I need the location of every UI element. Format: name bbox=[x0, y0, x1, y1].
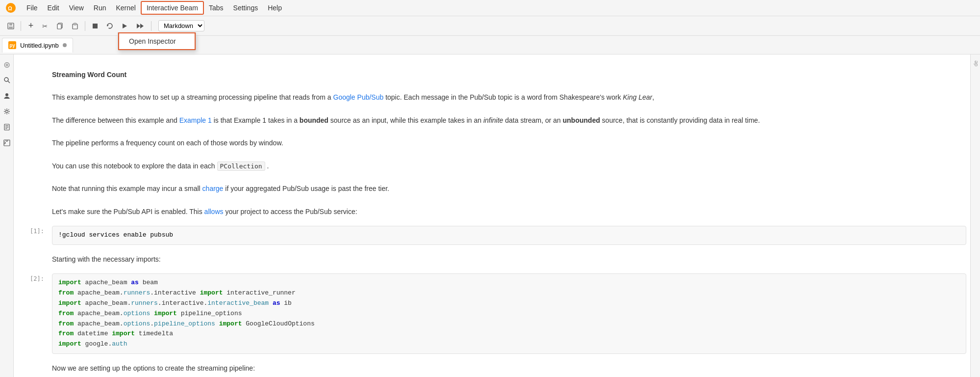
para4-text: You can use this notebook to explore the… bbox=[52, 158, 966, 175]
para6-row: Let's make sure the Pub/Sub API is enabl… bbox=[14, 201, 970, 222]
para3-text: The pipeline performs a frequency count … bbox=[52, 135, 966, 151]
example1-link[interactable]: Example 1 bbox=[179, 116, 212, 124]
sidebar-icon-circle[interactable]: ◎ bbox=[1, 58, 13, 70]
cell2-label: [2]: bbox=[14, 271, 48, 282]
svg-point-17 bbox=[5, 110, 8, 113]
notebook-content: Streaming Word Count This example demons… bbox=[14, 54, 970, 377]
sidebar-icon-file[interactable] bbox=[1, 121, 13, 133]
menu-tabs[interactable]: Tabs bbox=[204, 2, 228, 14]
code-line: from apache_beam.options.pipeline_option… bbox=[58, 319, 960, 329]
cell1-label: [1]: bbox=[14, 224, 48, 235]
stop-button[interactable] bbox=[88, 19, 102, 33]
menu-interactive-beam[interactable]: Interactive Beam bbox=[141, 1, 204, 15]
svg-marker-12 bbox=[137, 24, 140, 28]
code-cell2-row: [2]: import apache_beam as beamfrom apac… bbox=[14, 271, 970, 356]
tab-icon: py bbox=[8, 41, 16, 49]
restart-button[interactable] bbox=[103, 19, 117, 33]
copy-button[interactable] bbox=[53, 19, 67, 33]
paste-button[interactable] bbox=[68, 19, 82, 33]
notebook-title: Streaming Word Count bbox=[52, 66, 966, 83]
toolbar-separator-1 bbox=[21, 21, 21, 31]
para1-text: This example demonstrates how to set up … bbox=[52, 89, 966, 106]
cut-button[interactable]: ✂ bbox=[39, 19, 52, 33]
para6-text: Let's make sure the Pub/Sub API is enabl… bbox=[52, 203, 966, 220]
run-all-button[interactable] bbox=[132, 19, 148, 33]
title-cell-row: Streaming Word Count bbox=[14, 64, 970, 85]
svg-rect-9 bbox=[74, 23, 76, 25]
code-line: import apache_beam as beam bbox=[58, 278, 960, 288]
code-line: import google.auth bbox=[58, 339, 960, 350]
google-pubsub-link[interactable]: Google Pub/Sub bbox=[333, 93, 384, 101]
toolbar-separator-2 bbox=[85, 21, 85, 31]
sidebar-icon-search[interactable] bbox=[1, 74, 13, 86]
para2-row: The difference between this example and … bbox=[14, 110, 970, 131]
menu-settings[interactable]: Settings bbox=[228, 2, 263, 14]
para7-text: Starting with the necessary imports: bbox=[52, 251, 966, 268]
tab-label: Untitled.ipynb bbox=[20, 42, 59, 49]
right-sidebar-label: de bbox=[973, 60, 979, 66]
sidebar-icon-user[interactable] bbox=[1, 90, 13, 102]
notebook-tab[interactable]: py Untitled.ipynb bbox=[2, 38, 73, 53]
menu-edit[interactable]: Edit bbox=[43, 2, 64, 14]
para1-row: This example demonstrates how to set up … bbox=[14, 87, 970, 108]
svg-line-15 bbox=[8, 81, 10, 83]
left-sidebar: ◎ bbox=[0, 54, 14, 377]
para3-row: The pipeline performs a frequency count … bbox=[14, 133, 970, 153]
svg-marker-11 bbox=[123, 24, 127, 28]
svg-text:Ω: Ω bbox=[8, 5, 12, 11]
sidebar-icon-puzzle[interactable] bbox=[1, 137, 13, 149]
code-line: import apache_beam.runners.interactive.i… bbox=[58, 298, 960, 309]
menu-file[interactable]: File bbox=[22, 2, 43, 14]
svg-point-16 bbox=[5, 93, 8, 96]
app-logo: Ω bbox=[4, 1, 18, 15]
charge-link[interactable]: charge bbox=[202, 185, 224, 192]
code-cell1-row: [1]: !gcloud services enable pubsub bbox=[14, 224, 970, 247]
open-inspector-item[interactable]: Open Inspector bbox=[118, 32, 196, 50]
para7-row: Starting with the necessary imports: bbox=[14, 249, 970, 269]
para8-row: Now we are setting up the options to cre… bbox=[14, 358, 970, 377]
cell-type-select[interactable]: Markdown bbox=[158, 20, 204, 31]
title-cell-content: Streaming Word Count bbox=[48, 64, 970, 85]
para4-row: You can use this notebook to explore the… bbox=[14, 156, 970, 177]
para2-text: The difference between this example and … bbox=[52, 112, 966, 129]
svg-rect-7 bbox=[57, 24, 61, 29]
code-line: from apache_beam.runners.interactive imp… bbox=[58, 288, 960, 298]
svg-rect-4 bbox=[9, 27, 13, 29]
menu-view[interactable]: View bbox=[64, 2, 89, 14]
add-cell-button[interactable]: + bbox=[24, 19, 38, 33]
para5-text: Note that running this example may incur… bbox=[52, 180, 966, 197]
main-area: ◎ Streaming Word Count bbox=[0, 54, 980, 377]
svg-text:✂: ✂ bbox=[42, 23, 48, 29]
menu-bar: Ω File Edit View Run Kernel Interactive … bbox=[0, 0, 980, 16]
sidebar-icon-gear[interactable] bbox=[1, 106, 13, 117]
run-button[interactable] bbox=[118, 19, 131, 33]
title-cell-label bbox=[14, 64, 48, 68]
pcollection-code: PCollection bbox=[217, 162, 265, 171]
svg-rect-22 bbox=[4, 140, 10, 146]
allows-link[interactable]: allows bbox=[204, 208, 224, 215]
right-sidebar: de bbox=[970, 54, 980, 377]
save-button[interactable] bbox=[4, 19, 18, 33]
code-cell1[interactable]: !gcloud services enable pubsub bbox=[52, 226, 966, 245]
toolbar-separator-3 bbox=[151, 21, 151, 31]
menu-help[interactable]: Help bbox=[263, 2, 287, 14]
menu-run[interactable]: Run bbox=[89, 2, 111, 14]
svg-rect-3 bbox=[9, 23, 12, 26]
code-cell2[interactable]: import apache_beam as beamfrom apache_be… bbox=[52, 273, 966, 354]
code-line: from apache_beam.options import pipeline… bbox=[58, 309, 960, 319]
code-line: from datetime import timedelta bbox=[58, 329, 960, 339]
tab-unsaved-dot bbox=[63, 43, 67, 47]
svg-rect-10 bbox=[93, 24, 98, 28]
menu-kernel[interactable]: Kernel bbox=[111, 2, 140, 14]
para5-row: Note that running this example may incur… bbox=[14, 178, 970, 199]
para8-text: Now we are setting up the options to cre… bbox=[52, 360, 966, 377]
svg-marker-13 bbox=[140, 24, 144, 28]
svg-point-14 bbox=[4, 78, 8, 81]
dropdown-panel: Open Inspector bbox=[118, 32, 196, 51]
